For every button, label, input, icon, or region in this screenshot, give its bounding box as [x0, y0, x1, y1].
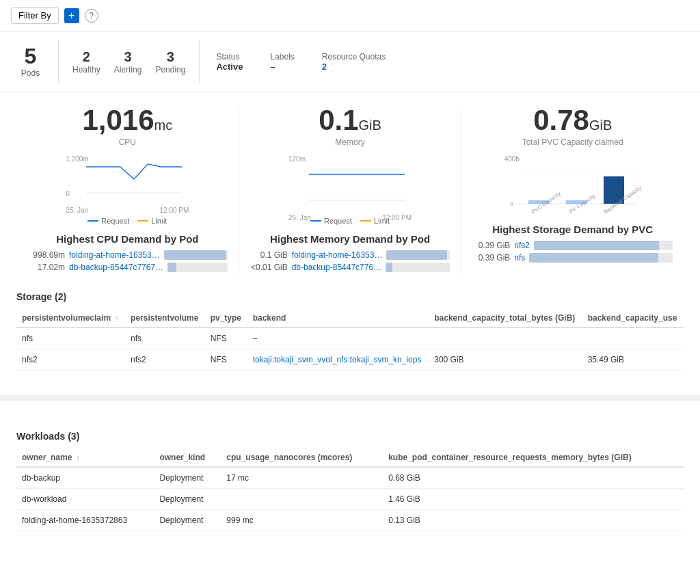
storage-bar-1	[529, 253, 658, 263]
storage-row-0: nfs nfs NFS –	[16, 328, 684, 349]
labels-label: Labels	[270, 52, 294, 62]
cpu-demand-list: 998.69m folding-at-home-16353… 17.02m db…	[27, 250, 228, 275]
pv-name-0: nfs	[125, 328, 205, 349]
mem-bar-bg-1	[386, 263, 450, 272]
capacity-0	[429, 328, 582, 349]
storage-demand-list: 0.39 GiB nfs2 0.39 GiB nfs	[472, 241, 673, 265]
pvc-unit: GiB	[589, 118, 612, 133]
col-owner-kind[interactable]: owner_kind	[154, 449, 221, 467]
cpu-x-labels: 25. Jan 12:00 PM	[66, 206, 189, 214]
workloads-section-title: Workloads (3)	[16, 431, 684, 442]
workload-row-2: folding-at-home-1635372863 Deployment 99…	[16, 510, 684, 531]
storage-section-title: Storage (2)	[16, 291, 684, 302]
backend-link-1[interactable]: tokaji:tokaji_svm_vvol_nfs:tokaji_svm_kn…	[253, 355, 422, 364]
cpu-request-legend: Request	[88, 217, 129, 225]
metrics-row: 1,016mc CPU 1,200m 0 25. Jan 12:00 PM Re…	[16, 106, 684, 275]
pv-type-1: NFS	[205, 349, 247, 371]
storage-demand-item-1: 0.39 GiB nfs	[472, 253, 673, 263]
storage-row-1: nfs2 nfs2 NFS tokaji:tokaji_svm_vvol_nfs…	[16, 349, 684, 371]
capacity-1: 300 GiB	[429, 349, 582, 371]
mem-bar-0	[386, 250, 446, 260]
cpu-unit: mc	[154, 118, 173, 133]
workloads-table: owner_name ↑ owner_kind cpu_usage_nanoco…	[16, 449, 684, 531]
workloads-table-body: db-backup Deployment 17 mc 0.68 GiB db-w…	[16, 467, 684, 531]
cpu-bar-bg-0	[164, 250, 228, 260]
memory-demand-item-1: <0.01 GiB db-backup-85447c776…	[250, 263, 450, 272]
status-label: Status	[216, 52, 243, 62]
top-bar: Filter By + ?	[0, 0, 700, 31]
cpu-demand-item-1: 17.02m db-backup-85447c7767…	[27, 263, 228, 272]
memory-x-labels: 25. Jan 12:00 PM	[288, 214, 412, 222]
cpu-demand-link-1[interactable]: db-backup-85447c7767…	[69, 263, 163, 272]
workload-row-0: db-backup Deployment 17 mc 0.68 GiB	[16, 467, 684, 489]
memory-demand-link-1[interactable]: db-backup-85447c776…	[292, 263, 381, 272]
col-backend[interactable]: backend	[247, 309, 429, 328]
memory-demand-link-0[interactable]: folding-at-home-16353…	[292, 250, 383, 260]
workload-mem-0: 0.68 GiB	[383, 467, 684, 489]
backend-0: –	[247, 328, 429, 349]
col-capacity[interactable]: backend_capacity_total_bytes (GiB)	[429, 309, 582, 328]
col-pvc[interactable]: persistentvolumeclaim ↑	[16, 309, 125, 328]
memory-value: 0.1GiB	[319, 106, 381, 135]
workloads-table-header: owner_name ↑ owner_kind cpu_usage_nanoco…	[16, 449, 684, 467]
cpu-demand-item-0: 998.69m folding-at-home-16353…	[27, 250, 228, 260]
pvc-name-1: nfs2	[16, 349, 125, 371]
memory-demand-item-0: 0.1 GiB folding-at-home-16353…	[250, 250, 450, 260]
storage-demand-val-1: 0.39 GiB	[472, 253, 510, 263]
healthy-count: 2	[83, 49, 90, 65]
mem-bar-1	[386, 263, 392, 272]
pods-label: Pods	[21, 68, 40, 78]
memory-demand-list: 0.1 GiB folding-at-home-16353… <0.01 GiB…	[250, 250, 450, 275]
pvc-label: Total PVC Capacity claimed	[522, 137, 623, 147]
memory-demand-val-1: <0.01 GiB	[250, 263, 288, 272]
filter-button[interactable]: Filter By	[11, 7, 59, 24]
alerting-label: Alerting	[114, 65, 142, 75]
col-owner-name[interactable]: owner_name ↑	[16, 449, 154, 467]
col-usage[interactable]: backend_capacity_use	[582, 309, 684, 328]
storage-table: persistentvolumeclaim ↑ persistentvolume…	[16, 309, 684, 371]
pending-label: Pending	[155, 65, 185, 75]
workload-name-0: db-backup	[16, 467, 154, 489]
workload-cpu-0: 17 mc	[221, 467, 383, 489]
cpu-bar-bg-1	[167, 263, 228, 272]
pending-stat: 3 Pending	[155, 49, 185, 75]
workload-kind-0: Deployment	[154, 467, 221, 489]
pvc-chart: 400b PVC Capacity PV Capacity Backend Ca…	[504, 155, 641, 210]
cpu-demand-val-1: 17.02m	[27, 263, 65, 272]
pvc-value: 0.78GiB	[533, 106, 612, 135]
cpu-demand-link-0[interactable]: folding-at-home-16353…	[69, 250, 160, 260]
col-pv[interactable]: persistentvolume	[125, 309, 205, 328]
workload-name-2: folding-at-home-1635372863	[16, 510, 154, 531]
healthy-label: Healthy	[72, 65, 100, 75]
memory-line-chart	[288, 163, 412, 211]
memory-chart: 120m 25. Jan 12:00 PM	[288, 155, 412, 210]
memory-unit: GiB	[359, 118, 381, 133]
cpu-y-top: 1,200m	[66, 155, 88, 163]
storage-demand-title: Highest Storage Demand by PVC	[492, 224, 653, 235]
col-cpu-usage[interactable]: cpu_usage_nanocores (mcores)	[221, 449, 383, 467]
cpu-chart: 1,200m 0 25. Jan 12:00 PM	[66, 155, 189, 210]
cpu-bar-0	[164, 250, 226, 260]
pvc-panel: 0.78GiB Total PVC Capacity claimed 400b …	[461, 106, 684, 275]
add-button[interactable]: +	[64, 8, 79, 23]
col-memory-requests[interactable]: kube_pod_container_resource_requests_mem…	[383, 449, 684, 467]
health-stats: 2 Healthy 3 Alerting 3 Pending	[59, 40, 200, 83]
storage-table-header: persistentvolumeclaim ↑ persistentvolume…	[16, 309, 684, 328]
memory-label: Memory	[335, 137, 364, 147]
cpu-demand-title: Highest CPU Demand by Pod	[56, 233, 198, 245]
sort-icon-pvc: ↑	[115, 315, 118, 322]
col-pvtype[interactable]: pv_type	[205, 309, 247, 328]
storage-demand-link-0[interactable]: nfs2	[514, 241, 530, 250]
question-icon: ?	[89, 11, 94, 21]
quotas-label: Resource Quotas	[322, 52, 386, 62]
storage-demand-link-1[interactable]: nfs	[514, 253, 525, 263]
meta-stats: Status Active Labels – Resource Quotas 2	[200, 40, 402, 83]
main-content: 1,016mc CPU 1,200m 0 25. Jan 12:00 PM Re…	[0, 92, 700, 384]
usage-1: 35.49 GiB	[582, 349, 684, 371]
summary-bar: 5 Pods 2 Healthy 3 Alerting 3 Pending St…	[0, 31, 700, 92]
svg-text:0: 0	[510, 201, 513, 207]
cpu-y-bottom: 0	[66, 190, 70, 198]
cpu-demand-val-0: 998.69m	[27, 250, 65, 260]
help-button[interactable]: ?	[85, 9, 98, 23]
status-meta: Status Active	[216, 52, 243, 72]
